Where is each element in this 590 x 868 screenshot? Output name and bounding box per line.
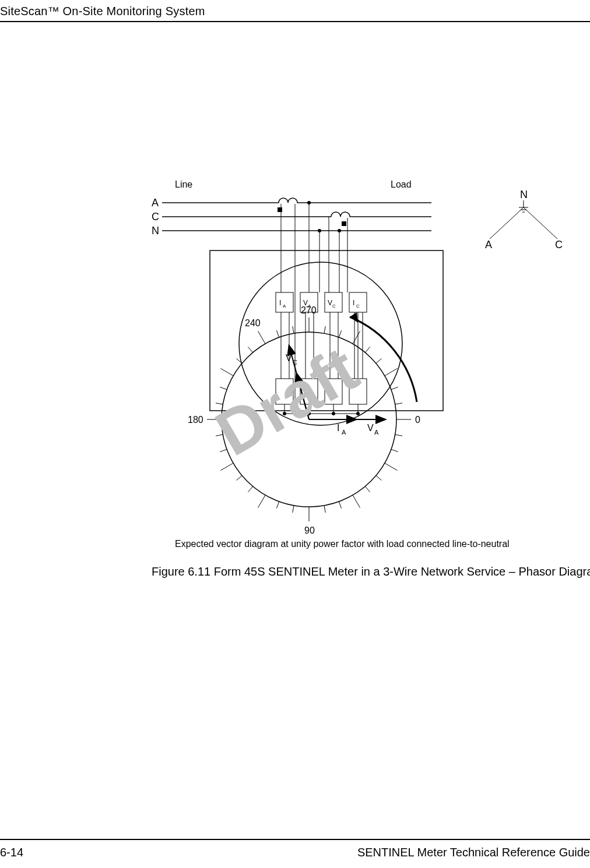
svg-text:A: A	[485, 239, 492, 250]
footer-page-number: 6-14	[0, 846, 23, 859]
footer-guide-title: SENTINEL Meter Technical Reference Guide	[357, 846, 590, 859]
svg-line-83	[293, 506, 294, 513]
header-title: SiteScan™ On-Site Monitoring System	[0, 5, 205, 18]
svg-point-11	[318, 229, 321, 232]
page: SiteScan™ On-Site Monitoring System Line…	[0, 0, 590, 868]
svg-line-60	[490, 207, 524, 239]
svg-line-82	[324, 506, 325, 513]
svg-line-67	[353, 495, 360, 508]
svg-point-9	[307, 201, 311, 204]
phase-c-label: C	[152, 211, 159, 223]
figure-caption: Figure 6.11 Form 45S SENTINEL Meter in a…	[152, 565, 590, 578]
header-rule	[0, 21, 590, 22]
svg-rect-7	[278, 207, 282, 212]
svg-line-84	[276, 502, 279, 509]
svg-rect-18	[342, 221, 346, 226]
draft-watermark: Draft	[181, 303, 414, 478]
phase-a-label: A	[152, 197, 159, 209]
figure-description: Expected vector diagram at unity power f…	[175, 539, 510, 549]
svg-line-61	[524, 207, 557, 239]
svg-text:0: 0	[415, 415, 420, 425]
svg-text:N: N	[520, 189, 528, 200]
svg-point-14	[338, 229, 341, 232]
svg-text:Draft: Draft	[204, 333, 370, 470]
load-label: Load	[391, 179, 412, 189]
svg-text:C: C	[555, 239, 563, 250]
svg-line-81	[339, 502, 341, 509]
svg-line-85	[248, 486, 253, 492]
svg-line-69	[258, 495, 266, 508]
line-label: Line	[175, 179, 192, 189]
phase-n-label: N	[152, 225, 159, 237]
svg-text:90: 90	[304, 525, 315, 535]
svg-line-80	[365, 486, 370, 492]
nac-mini-diagram: N A C	[485, 189, 563, 250]
footer-rule	[0, 839, 590, 840]
